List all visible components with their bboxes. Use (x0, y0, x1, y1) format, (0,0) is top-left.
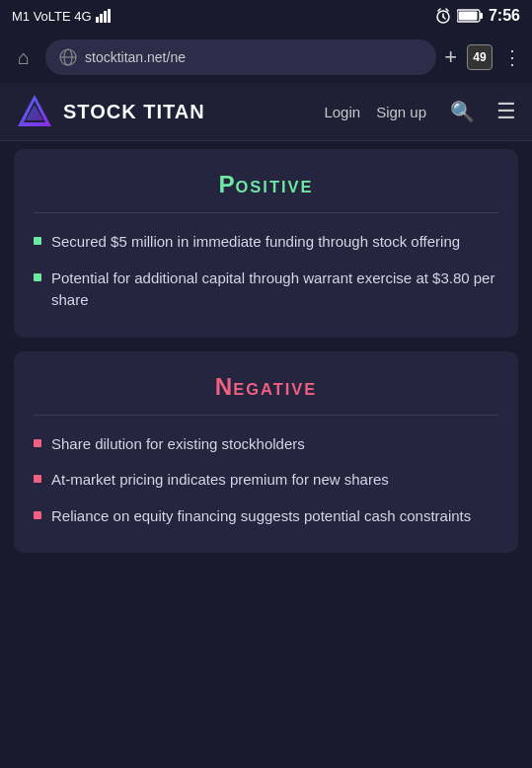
list-item: Share dilution for existing stockholders (34, 433, 498, 456)
svg-rect-2 (104, 11, 107, 23)
status-left: M1 VoLTE 4G (12, 9, 115, 24)
list-item: Reliance on equity financing suggests po… (34, 505, 498, 528)
status-right: 7:56 (435, 7, 520, 25)
list-item: Secured $5 million in immediate funding … (34, 231, 498, 254)
site-logo[interactable]: STOCK TITAN (16, 93, 205, 130)
negative-item-3: Reliance on equity financing suggests po… (51, 505, 471, 528)
bullet-icon (34, 273, 41, 281)
bullet-icon (34, 511, 41, 519)
positive-title: POSITIVE (34, 171, 498, 198)
svg-line-6 (443, 17, 445, 19)
nav-links: Login Sign up 🔍 ☰ (324, 99, 516, 124)
svg-rect-1 (100, 14, 103, 23)
negative-title: NEGATIVE (34, 373, 498, 401)
positive-card: POSITIVE Secured $5 million in immediate… (14, 149, 518, 338)
carrier-text: M1 VoLTE 4G (12, 9, 92, 24)
negative-card: NEGATIVE Share dilution for existing sto… (14, 351, 518, 554)
positive-list: Secured $5 million in immediate funding … (34, 231, 498, 312)
hamburger-menu-icon[interactable]: ☰ (496, 99, 516, 124)
battery-icon (457, 9, 483, 23)
list-item: Potential for additional capital through… (34, 268, 498, 312)
nav-bar: STOCK TITAN Login Sign up 🔍 ☰ (0, 83, 532, 141)
signal-icon (96, 9, 115, 23)
bullet-icon (34, 237, 41, 245)
browser-menu-button[interactable]: ⋮ (502, 45, 522, 69)
bullet-icon (34, 475, 41, 483)
logo-icon (16, 93, 53, 130)
signup-link[interactable]: Sign up (376, 104, 426, 120)
browser-bar: ⌂ stocktitan.net/ne + 49 ⋮ (0, 32, 532, 83)
negative-item-2: At-market pricing indicates premium for … (51, 469, 389, 492)
browser-actions: + 49 ⋮ (444, 44, 522, 70)
time-display: 7:56 (489, 7, 520, 25)
positive-item-1: Secured $5 million in immediate funding … (51, 231, 460, 254)
home-icon[interactable]: ⌂ (10, 46, 38, 69)
list-item: At-market pricing indicates premium for … (34, 469, 498, 492)
svg-rect-3 (108, 9, 111, 23)
url-bar[interactable]: stocktitan.net/ne (45, 39, 436, 75)
svg-line-8 (446, 9, 448, 11)
svg-rect-10 (480, 13, 483, 19)
svg-rect-0 (96, 17, 99, 23)
search-icon[interactable]: 🔍 (450, 100, 475, 123)
site-icon (59, 48, 77, 66)
negative-list: Share dilution for existing stockholders… (34, 433, 498, 528)
content-area: POSITIVE Secured $5 million in immediate… (0, 149, 532, 553)
battery-indicator (457, 9, 483, 23)
url-text: stocktitan.net/ne (85, 49, 422, 65)
positive-item-2: Potential for additional capital through… (51, 268, 498, 312)
svg-line-7 (438, 9, 440, 11)
status-bar: M1 VoLTE 4G 7:56 (0, 0, 532, 32)
new-tab-button[interactable]: + (444, 44, 457, 70)
login-link[interactable]: Login (324, 104, 360, 120)
site-title: STOCK TITAN (63, 101, 205, 123)
negative-divider (34, 415, 498, 416)
svg-rect-11 (458, 12, 477, 21)
positive-divider (34, 212, 498, 213)
tab-count[interactable]: 49 (467, 44, 493, 70)
negative-item-1: Share dilution for existing stockholders (51, 433, 305, 456)
alarm-icon (435, 8, 451, 24)
bullet-icon (34, 439, 41, 447)
